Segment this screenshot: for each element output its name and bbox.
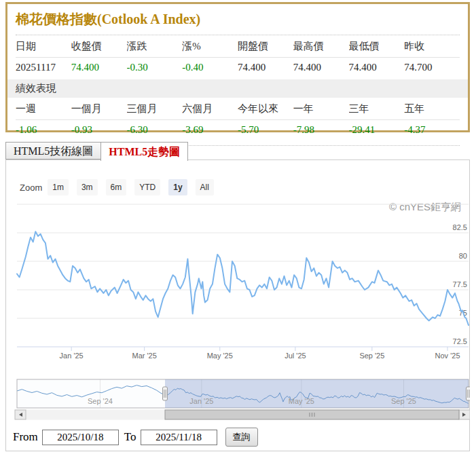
quote-card: 棉花價格指數(Cotlook A Index) 日期 收盤價 漲跌 漲% 開盤價…	[5, 2, 470, 132]
to-label: To	[124, 430, 136, 444]
col-ytd: 今年以來	[238, 102, 293, 115]
perf-1w: -1.06	[16, 124, 71, 136]
value-change: -0.30	[127, 62, 183, 73]
from-date-input[interactable]	[42, 430, 119, 445]
col-close: 收盤價	[71, 40, 127, 53]
value-low: 74.400	[349, 62, 405, 73]
perf-ytd: -5.70	[238, 124, 293, 136]
value-close: 74.400	[71, 62, 127, 73]
perf-1m: -0.93	[71, 124, 127, 136]
navigator-axis-label: Sep '25	[391, 397, 416, 405]
value-date: 20251117	[16, 62, 71, 73]
perf-6m: -3.69	[182, 124, 238, 136]
value-open: 74.400	[238, 62, 293, 73]
page-title: 棉花價格指數(Cotlook A Index)	[16, 10, 460, 29]
col-high: 最高價	[293, 40, 349, 53]
x-axis-label: Nov '25	[435, 352, 460, 360]
perf-3m: -6.30	[127, 124, 183, 136]
value-prev-close: 74.700	[404, 62, 460, 73]
navigator-right-handle	[466, 387, 471, 400]
perf-1y: -7.98	[293, 124, 349, 136]
col-date: 日期	[16, 40, 71, 53]
x-axis-label: Jan '25	[60, 352, 84, 360]
col-1y: 一年	[293, 102, 349, 115]
col-change: 漲跌	[127, 40, 183, 53]
col-1w: 一週	[16, 102, 71, 115]
perf-5y: -4.37	[404, 124, 460, 136]
y-axis-label: 77.5	[453, 280, 467, 288]
navigator[interactable]: Sep '24Jan '25May '25Sep '25	[6, 376, 470, 421]
quote-value-row: 20251117 74.400 -0.30 -0.40 74.400 74.40…	[16, 58, 460, 78]
navigator-left-handle	[162, 387, 167, 400]
navigator-axis-label: Sep '24	[88, 397, 113, 405]
col-6m: 六個月	[182, 102, 238, 115]
chart-panel: Zoom 1m 3m 6m YTD 1y All © cnYES鉅亨網 Jan …	[5, 159, 470, 451]
query-button[interactable]: 查詢	[225, 428, 258, 447]
tab-trend-chart[interactable]: HTML5走勢圖	[100, 142, 188, 161]
value-high: 74.400	[293, 62, 349, 73]
y-axis-label: 82.5	[453, 223, 467, 231]
from-label: From	[13, 430, 38, 444]
performance-header-row: 一週 一個月 三個月 六個月 今年以來 一年 三年 五年	[16, 98, 460, 120]
tab-technical-chart[interactable]: HTML5技術線圖	[5, 142, 101, 159]
performance-value-row: -1.06 -0.93 -6.30 -3.69 -5.70 -7.98 -29.…	[16, 120, 460, 140]
y-axis-label: 80	[459, 252, 467, 260]
x-axis-label: Mar '25	[132, 352, 156, 360]
x-axis-label: Sep '25	[359, 352, 384, 360]
col-1m: 一個月	[71, 102, 127, 115]
col-3m: 三個月	[127, 102, 183, 115]
x-axis-label: Jul '25	[285, 352, 306, 360]
value-change-pct: -0.40	[182, 62, 238, 73]
navigator-axis-label: May '25	[289, 397, 314, 405]
col-low: 最低價	[349, 40, 405, 53]
navigator-axis-label: Jan '25	[189, 397, 213, 405]
date-range-form: From To 查詢	[13, 428, 258, 447]
quote-header-row: 日期 收盤價 漲跌 漲% 開盤價 最高價 最低價 昨收	[16, 35, 460, 58]
chart-tabs: HTML5技術線圖 HTML5走勢圖	[5, 142, 188, 161]
price-chart: Jan '25Mar '25May '25Jul '25Sep '25Nov '…	[6, 160, 470, 365]
performance-section-title: 績效表現	[7, 79, 468, 98]
to-date-input[interactable]	[141, 430, 217, 445]
col-3y: 三年	[349, 102, 405, 115]
col-prev-close: 昨收	[404, 40, 460, 53]
perf-3y: -29.41	[349, 124, 405, 136]
price-line-series	[17, 231, 469, 325]
y-axis-label: 72.5	[453, 337, 467, 345]
col-5y: 五年	[404, 102, 460, 115]
col-open: 開盤價	[238, 40, 293, 53]
x-axis-label: May '25	[207, 352, 233, 360]
col-change-pct: 漲%	[182, 40, 238, 53]
